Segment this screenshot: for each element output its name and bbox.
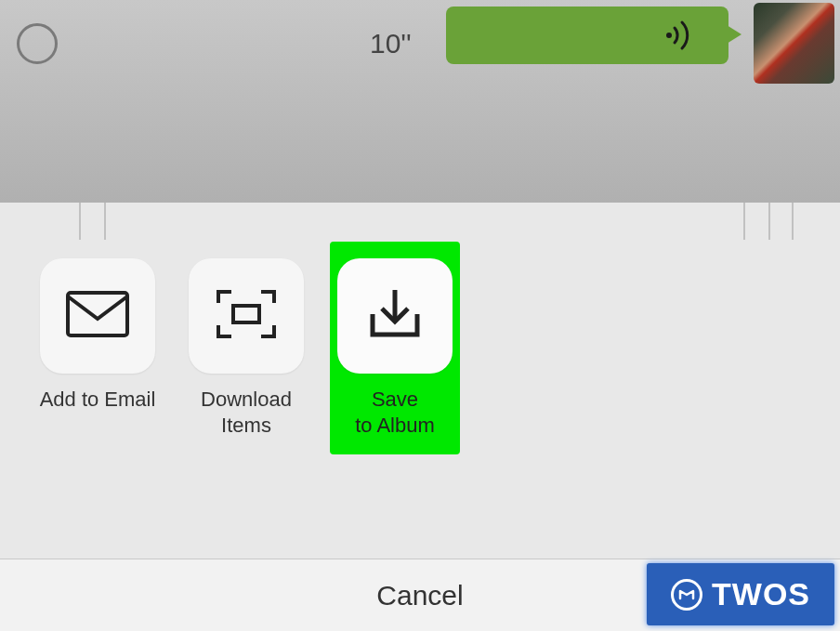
twos-logo-icon xyxy=(671,579,702,611)
share-item-label: Add to Email xyxy=(40,387,156,413)
scan-icon xyxy=(215,286,278,346)
download-items-button[interactable]: Download Items xyxy=(181,258,311,438)
voice-message-bubble[interactable] xyxy=(446,7,728,64)
svg-rect-2 xyxy=(233,306,259,322)
share-actions-row: Add to Email Download Items xyxy=(0,203,840,454)
user-avatar[interactable] xyxy=(754,3,834,84)
add-to-email-button[interactable]: Add to Email xyxy=(33,258,163,413)
svg-point-0 xyxy=(666,33,672,38)
twos-text: TWOS xyxy=(712,576,810,612)
twos-watermark: TWOS xyxy=(647,563,834,625)
svg-rect-1 xyxy=(68,293,127,335)
sound-wave-icon xyxy=(665,17,702,54)
share-item-label: Download Items xyxy=(201,387,292,438)
save-to-album-button[interactable]: Save to Album xyxy=(330,242,460,454)
mail-icon xyxy=(66,291,129,341)
status-circle-icon xyxy=(17,23,58,64)
cancel-label: Cancel xyxy=(376,580,463,611)
chat-background: 10'' xyxy=(0,0,840,203)
share-item-label: Save to Album xyxy=(355,387,435,438)
download-tray-icon xyxy=(365,284,425,348)
voice-duration-label: 10'' xyxy=(370,28,412,59)
